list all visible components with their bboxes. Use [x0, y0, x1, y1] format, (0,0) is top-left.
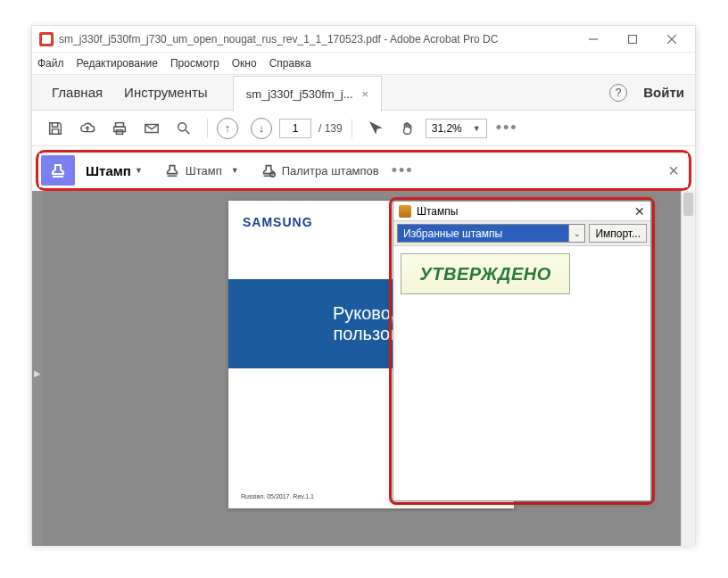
- stamp-main-label: Штамп: [86, 163, 131, 178]
- stamps-category-select[interactable]: Избранные штампы ⌄: [397, 224, 585, 243]
- stamp-tool-icon[interactable]: [41, 155, 75, 186]
- tab-tools[interactable]: Инструменты: [113, 85, 219, 100]
- app-window: sm_j330f_j530fm_j730_um_open_nougat_rus_…: [31, 25, 696, 545]
- page-total: / 139: [318, 122, 343, 135]
- hand-icon[interactable]: [393, 114, 422, 143]
- login-button[interactable]: Войти: [643, 85, 684, 100]
- chevron-down-icon: ▼: [473, 124, 481, 133]
- window-title: sm_j330f_j530fm_j730_um_open_nougat_rus_…: [59, 33, 574, 45]
- svg-rect-5: [114, 127, 126, 131]
- more-icon[interactable]: •••: [491, 119, 524, 137]
- window-controls: [574, 27, 691, 52]
- print-icon[interactable]: [105, 114, 134, 143]
- stamps-panel-highlight: Штампы ✕ Избранные штампы ⌄ Импорт... УТ…: [389, 197, 655, 505]
- doc-footer: Russian. 05/2017. Rev.1.1: [241, 493, 314, 500]
- stamps-panel-titlebar[interactable]: Штампы ✕: [393, 202, 650, 221]
- tabbar-right: ? Войти: [609, 84, 695, 102]
- menu-edit[interactable]: Редактирование: [77, 57, 158, 70]
- main-toolbar: ↑ ↓ / 139 31,2% ▼ •••: [32, 111, 695, 146]
- scrollbar-thumb[interactable]: [683, 193, 693, 216]
- stamps-panel-close-icon[interactable]: ✕: [634, 204, 645, 219]
- menu-view[interactable]: Просмотр: [170, 57, 219, 70]
- stamp-toolbar-highlight: Штамп ▼ Штамп ▼ Палитра штампов ••• ×: [36, 150, 691, 191]
- stamp-main-dropdown[interactable]: Штамп ▼: [86, 163, 143, 178]
- tabbar: Главная Инструменты sm_j330f_j530fm_j...…: [32, 75, 695, 111]
- tab-document-label: sm_j330f_j530fm_j...: [246, 87, 353, 101]
- svg-line-9: [186, 129, 190, 134]
- pointer-icon[interactable]: [361, 114, 390, 143]
- stamp-dropdown[interactable]: Штамп ▼: [164, 162, 239, 178]
- stamps-panel: Штампы ✕ Избранные штампы ⌄ Импорт... УТ…: [393, 201, 651, 501]
- menu-window[interactable]: Окно: [232, 57, 257, 70]
- menu-file[interactable]: Файл: [37, 57, 64, 70]
- stamps-list: УТВЕРЖДЕНО: [393, 246, 650, 301]
- svg-point-8: [178, 122, 186, 130]
- import-button[interactable]: Импорт...: [589, 224, 647, 243]
- left-panel-toggle[interactable]: ▶: [32, 191, 43, 546]
- stamps-panel-title: Штампы: [417, 205, 634, 218]
- search-icon[interactable]: [170, 114, 198, 143]
- chevron-down-icon: ⌄: [568, 225, 584, 242]
- menubar: Файл Редактирование Просмотр Окно Справк…: [32, 53, 695, 75]
- titlebar: sm_j330f_j530fm_j730_um_open_nougat_rus_…: [32, 26, 695, 53]
- app-icon: [39, 32, 54, 46]
- stamp-toolbar-close-icon[interactable]: ×: [668, 161, 679, 181]
- prev-page-button[interactable]: ↑: [217, 118, 238, 139]
- vertical-scrollbar[interactable]: [681, 191, 695, 546]
- stamp-item-approved[interactable]: УТВЕРЖДЕНО: [401, 253, 570, 294]
- separator: [207, 119, 208, 138]
- chevron-down-icon: ▼: [231, 166, 239, 175]
- help-icon[interactable]: ?: [609, 84, 627, 102]
- save-icon[interactable]: [41, 114, 70, 143]
- stamps-category-value: Избранные штампы: [403, 227, 502, 240]
- zoom-value: 31,2%: [432, 122, 462, 135]
- cloud-upload-icon[interactable]: [73, 114, 102, 143]
- tab-home[interactable]: Главная: [41, 85, 113, 100]
- stamp-palette-label: Палитра штампов: [282, 164, 379, 178]
- menu-help[interactable]: Справка: [269, 57, 311, 70]
- stamp-sub-label: Штамп: [186, 164, 222, 178]
- chevron-right-icon: ▶: [34, 368, 41, 378]
- stamp-toolbar: Штамп ▼ Штамп ▼ Палитра штампов ••• ×: [39, 153, 688, 187]
- chevron-down-icon: ▼: [135, 166, 143, 175]
- stamp-more-icon[interactable]: •••: [392, 161, 414, 180]
- stamps-panel-icon: [399, 205, 411, 218]
- close-window-button[interactable]: [652, 27, 691, 52]
- tab-document[interactable]: sm_j330f_j530fm_j... ×: [233, 76, 383, 111]
- stamps-panel-controls: Избранные штампы ⌄ Импорт...: [393, 221, 650, 246]
- minimize-button[interactable]: [574, 27, 613, 52]
- next-page-button[interactable]: ↓: [251, 118, 272, 139]
- tab-close-icon[interactable]: ×: [362, 87, 369, 101]
- page-number-input[interactable]: [279, 119, 311, 138]
- maximize-button[interactable]: [613, 27, 652, 52]
- svg-rect-1: [629, 35, 637, 43]
- document-viewport[interactable]: ▶ SAMSUNG Руководс пользова Russian. 05/…: [32, 191, 695, 546]
- mail-icon[interactable]: [137, 114, 166, 143]
- stamp-item-label: УТВЕРЖДЕНО: [419, 264, 550, 285]
- separator: [352, 119, 352, 138]
- zoom-dropdown[interactable]: 31,2% ▼: [426, 119, 487, 138]
- stamp-palette-button[interactable]: Палитра штампов: [261, 162, 379, 178]
